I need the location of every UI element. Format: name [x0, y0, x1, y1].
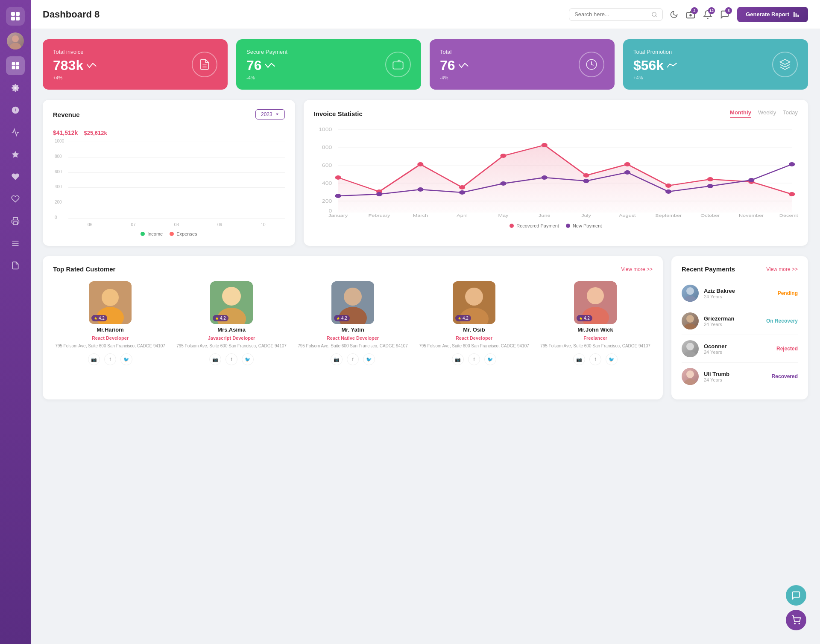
main-content: Dashboard 8 2: [31, 0, 820, 644]
page-title: Dashboard 8: [43, 9, 562, 20]
sidebar-item-heart1[interactable]: [6, 167, 25, 186]
sidebar-item-menu[interactable]: [6, 234, 25, 253]
sidebar-item-document[interactable]: [6, 256, 25, 275]
invoice-line-chart: 1000 800 600 400 200 0: [314, 125, 798, 219]
payment-info-ulitrumb: Uli Trumb 24 Years: [704, 371, 767, 382]
customer-name-hariom: Mr.Hariom: [97, 326, 124, 333]
tab-weekly[interactable]: Weekly: [758, 109, 776, 118]
customer-card-hariom: 4.2 Mr.Hariom React Developer 795 Folsom…: [53, 281, 167, 365]
rating-osib: 4.2: [455, 315, 471, 321]
theme-toggle[interactable]: [670, 10, 678, 19]
search-input[interactable]: [574, 11, 648, 17]
generate-report-button[interactable]: Generate Report: [737, 7, 808, 22]
header: Dashboard 8 2: [31, 0, 820, 29]
recovered-dot-may: [500, 154, 506, 158]
sidebar: i: [0, 0, 31, 644]
legend-recovered-payment: Recovered Payment: [510, 223, 559, 228]
svg-rect-21: [796, 13, 797, 17]
svg-point-76: [686, 370, 694, 378]
customer-role-yatin: React Native Developer: [327, 335, 379, 341]
customer-name-asima: Mrs.Asima: [217, 326, 246, 333]
twitter-icon-osib[interactable]: 🐦: [484, 353, 496, 365]
payment-name-oconner: Oconner: [704, 343, 771, 350]
new-dot-sep: [665, 189, 671, 194]
search-icon: [651, 11, 657, 18]
payment-avatar-aziz: [682, 285, 699, 302]
facebook-icon-osib[interactable]: f: [468, 353, 480, 365]
sidebar-item-star[interactable]: [6, 145, 25, 164]
new-dot-aug: [624, 170, 630, 175]
sidebar-item-heart2[interactable]: [6, 189, 25, 208]
sidebar-item-print[interactable]: [6, 212, 25, 230]
customer-card-asima: 4.2 Mrs.Asima Javascript Developer 795 F…: [174, 281, 289, 365]
tab-monthly[interactable]: Monthly: [730, 109, 751, 118]
instagram-icon-hariom[interactable]: 📷: [88, 353, 100, 365]
customer-address-johnwick: 795 Folsom Ave, Suite 600 San Francisco,…: [540, 343, 650, 349]
svg-text:June: June: [539, 213, 551, 218]
facebook-icon-asima[interactable]: f: [226, 353, 237, 365]
sidebar-item-settings[interactable]: [6, 79, 25, 97]
invoice-chart-title: Invoice Statistic: [314, 110, 363, 117]
payments-view-more[interactable]: View more >>: [766, 266, 798, 272]
stat-trend-total-promotion: +4%: [633, 75, 677, 80]
new-dot-dec: [789, 162, 795, 166]
sidebar-item-analytics[interactable]: [6, 123, 25, 142]
customers-view-more[interactable]: View more >>: [621, 266, 653, 272]
avatar[interactable]: [7, 32, 24, 50]
svg-point-67: [587, 287, 604, 304]
facebook-icon-yatin[interactable]: f: [347, 353, 359, 365]
stat-label-total-promotion: Total Promotion: [633, 49, 677, 55]
stat-value-total-promotion: $56k: [633, 58, 664, 73]
legend-income: Income: [141, 231, 163, 236]
new-dot-oct: [707, 184, 713, 188]
search-box[interactable]: [569, 8, 663, 21]
sidebar-item-dashboard[interactable]: [6, 56, 25, 75]
customer-address-osib: 795 Folsom Ave, Suite 600 San Francisco,…: [419, 343, 529, 349]
floating-cart-button[interactable]: [786, 610, 806, 630]
instagram-icon-asima[interactable]: 📷: [209, 353, 221, 365]
svg-point-59: [344, 288, 362, 306]
customer-socials-johnwick: 📷 f 🐦: [573, 353, 618, 365]
twitter-icon-hariom[interactable]: 🐦: [120, 353, 132, 365]
bell-icon-btn[interactable]: 12: [703, 10, 712, 19]
facebook-icon-johnwick[interactable]: f: [589, 353, 601, 365]
floating-buttons: [786, 585, 806, 630]
instagram-icon-osib[interactable]: 📷: [452, 353, 464, 365]
year-selector[interactable]: 2023: [255, 109, 285, 119]
chat-icon-btn[interactable]: 5: [720, 10, 729, 19]
tab-today[interactable]: Today: [783, 109, 798, 118]
invoice-chart-card: Invoice Statistic Monthly Weekly Today: [304, 100, 808, 246]
wallet-icon-btn[interactable]: 2: [686, 10, 695, 19]
payment-info-oconner: Oconner 24 Years: [704, 343, 771, 355]
svg-text:0: 0: [328, 209, 332, 213]
svg-text:May: May: [498, 213, 509, 218]
twitter-icon-asima[interactable]: 🐦: [242, 353, 254, 365]
floating-support-button[interactable]: [786, 585, 806, 606]
customer-avatar-hariom: 4.2: [89, 281, 132, 324]
svg-text:200: 200: [322, 199, 332, 204]
stat-label-total: Total: [440, 49, 469, 55]
facebook-icon-hariom[interactable]: f: [104, 353, 116, 365]
customers-card: Top Rated Customer View more >>: [43, 256, 663, 399]
new-dot-nov: [748, 178, 754, 182]
svg-text:October: October: [700, 213, 720, 218]
payment-age-aziz: 24 Years: [704, 294, 773, 299]
svg-text:February: February: [368, 213, 390, 218]
customer-role-johnwick: Freelancer: [583, 335, 607, 341]
recovered-dot-jul: [583, 173, 589, 178]
svg-point-70: [686, 287, 694, 295]
payment-item-griezerman: Griezerman 24 Years On Recovery: [682, 307, 798, 335]
twitter-icon-yatin[interactable]: 🐦: [363, 353, 375, 365]
payment-status-griezerman: On Recovery: [766, 318, 798, 324]
svg-point-75: [684, 351, 696, 357]
stat-trend-total: -4%: [440, 75, 469, 80]
instagram-icon-johnwick[interactable]: 📷: [573, 353, 585, 365]
sidebar-logo[interactable]: [6, 7, 25, 26]
instagram-icon-yatin[interactable]: 📷: [331, 353, 343, 365]
sidebar-item-info[interactable]: i: [6, 101, 25, 119]
svg-rect-2: [11, 17, 15, 20]
stat-value-secure-payment: 76: [246, 58, 262, 73]
twitter-icon-johnwick[interactable]: 🐦: [606, 353, 618, 365]
payment-name-ulitrumb: Uli Trumb: [704, 371, 767, 377]
svg-point-55: [222, 287, 241, 306]
